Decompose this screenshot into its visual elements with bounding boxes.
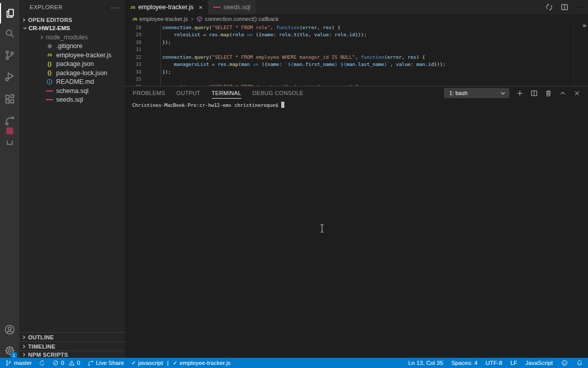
tab-label: seeds.sql: [224, 4, 251, 11]
maximize-panel-icon[interactable]: [559, 89, 567, 97]
tree-item-node-modules[interactable]: node_modules: [19, 33, 125, 42]
code-line[interactable]: 34});: [125, 68, 588, 76]
folder-root[interactable]: CR-HW12-EMS: [19, 24, 125, 33]
tree-item-readme[interactable]: README.md: [19, 78, 125, 87]
code-line[interactable]: 29rolesList = res.map(role => ({name: ro…: [125, 31, 588, 39]
file-label: package-lock.json: [56, 70, 107, 77]
code-line[interactable]: 30});: [125, 38, 588, 46]
code-line[interactable]: 33managersList = res.map(man => ({name: …: [125, 61, 588, 68]
language-mode[interactable]: JavaScript: [525, 360, 553, 366]
check-icon: ✓: [131, 359, 136, 366]
new-terminal-icon[interactable]: [516, 89, 524, 97]
linter-file: employee-tracker.js: [180, 360, 231, 366]
file-label: package.json: [56, 60, 94, 67]
mouse-ibeam-cursor: [319, 224, 325, 233]
branch-name: master: [14, 360, 32, 366]
panel-header: PROBLEMS OUTPUT TERMINAL DEBUG CONSOLE 1…: [125, 86, 588, 100]
split-terminal-icon[interactable]: [530, 89, 538, 97]
close-panel-icon[interactable]: [573, 89, 581, 97]
search-icon[interactable]: [0, 24, 19, 44]
code-editor[interactable]: 28connection.query("SELECT * FROM role",…: [125, 24, 588, 86]
eol-sequence[interactable]: LF: [510, 360, 517, 366]
tree-item-schema-sql[interactable]: schema.sql: [19, 86, 125, 96]
breadcrumb-symbol[interactable]: connection.connect() callback: [197, 16, 279, 22]
code-line[interactable]: 31: [125, 46, 588, 54]
separator: |: [167, 360, 168, 366]
editor-scrollbar[interactable]: [574, 24, 574, 86]
problems-indicator[interactable]: 0 0: [53, 360, 80, 366]
timeline-section[interactable]: TIMELINE: [19, 341, 125, 351]
cursor-position[interactable]: Ln 13, Col 35: [408, 360, 443, 366]
timeline-label: TIMELINE: [28, 343, 56, 350]
code-line[interactable]: 28connection.query("SELECT * FROM role",…: [125, 24, 588, 31]
file-tree: node_modules .gitignore JS employee-trac…: [19, 33, 125, 104]
warning-icon: [68, 360, 75, 366]
sidebar-more-icon[interactable]: ···: [111, 4, 119, 11]
code-line[interactable]: 35: [125, 76, 588, 83]
sync-button[interactable]: [39, 360, 45, 366]
breadcrumb-file[interactable]: JS employee-tracker.js: [132, 16, 188, 22]
readme-info-icon: [46, 79, 53, 85]
indent-guide: [160, 24, 161, 86]
gitignore-icon: [46, 44, 53, 48]
npm-scripts-section[interactable]: NPM SCRIPTS: [19, 351, 125, 358]
run-debug-icon[interactable]: [0, 66, 19, 87]
file-label: .gitignore: [56, 42, 82, 50]
terminal[interactable]: Christines-MacBook-Pro:cr-hw12-ems chris…: [132, 102, 583, 108]
close-icon[interactable]: ×: [199, 4, 203, 11]
json-file-icon: {}: [46, 70, 53, 76]
tree-item-employee-tracker[interactable]: JS employee-tracker.js: [19, 51, 125, 60]
error-count: 0: [61, 360, 64, 366]
tree-item-gitignore[interactable]: .gitignore: [19, 42, 125, 51]
sidebar-title: EXPLORER ···: [19, 0, 125, 14]
chevron-down-icon: [501, 91, 505, 96]
file-label: README.md: [56, 78, 94, 85]
file-label: seeds.sql: [56, 96, 83, 103]
breadcrumb: JS employee-tracker.js connection.connec…: [125, 14, 588, 24]
tree-item-package-lock[interactable]: {} package-lock.json: [19, 68, 125, 78]
feedback-smiley-icon[interactable]: [561, 359, 568, 366]
breadcrumb-symbol-label: connection.connect() callback: [205, 16, 279, 22]
outline-section[interactable]: OUTLINE: [19, 332, 125, 341]
account-icon[interactable]: [0, 319, 19, 340]
vscode-window: 1 EXPLORER ··· OPEN EDITORS CR-HW12-EMS …: [0, 0, 588, 368]
js-file-icon: JS: [130, 5, 135, 10]
code-line[interactable]: 32connection.query("SELECT * FROM employ…: [125, 53, 588, 61]
live-share-button[interactable]: Live Share: [87, 360, 124, 366]
json-file-icon: {}: [46, 61, 53, 67]
tab-debug-console[interactable]: DEBUG CONSOLE: [253, 87, 304, 99]
extensions-icon[interactable]: [0, 89, 19, 109]
split-editor-icon[interactable]: [560, 3, 569, 11]
encoding[interactable]: UTF-8: [485, 360, 502, 366]
tab-label: employee-tracker.js: [138, 4, 193, 11]
explorer-icon[interactable]: [0, 3, 19, 24]
tab-seeds-sql[interactable]: seeds.sql: [208, 0, 256, 14]
tab-problems[interactable]: PROBLEMS: [133, 87, 165, 99]
more-actions-icon[interactable]: ···: [576, 3, 584, 12]
notifications-bell-icon[interactable]: [576, 359, 583, 366]
linter-language: javascript: [138, 360, 163, 366]
open-changes-icon[interactable]: [545, 3, 553, 11]
source-control-icon[interactable]: [0, 45, 19, 65]
tab-employee-tracker[interactable]: JS employee-tracker.js ×: [125, 0, 208, 14]
editor-actions: ···: [545, 0, 584, 14]
branch-indicator[interactable]: master: [5, 360, 32, 366]
tab-output[interactable]: OUTPUT: [177, 87, 201, 99]
tree-item-package-json[interactable]: {} package.json: [19, 60, 125, 69]
terminal-cursor: [281, 102, 285, 108]
kill-terminal-icon[interactable]: [545, 89, 552, 97]
sql-file-icon: [213, 6, 220, 8]
git-branch-icon: [5, 360, 12, 366]
panel: PROBLEMS OUTPUT TERMINAL DEBUG CONSOLE 1…: [125, 86, 588, 358]
terminal-shell-select[interactable]: 1: bash: [444, 88, 509, 98]
extension-rect-icon[interactable]: [0, 136, 19, 148]
status-bar: master 0 0 Live Share ✓ javascript | ✓ e…: [0, 358, 588, 368]
tab-terminal[interactable]: TERMINAL: [212, 87, 241, 99]
breadcrumb-file-label: employee-tracker.js: [139, 16, 188, 22]
file-label: employee-tracker.js: [56, 52, 111, 59]
live-share-label: Live Share: [96, 360, 124, 366]
indentation[interactable]: Spaces: 4: [451, 360, 477, 366]
tree-item-seeds-sql[interactable]: seeds.sql: [19, 96, 125, 105]
linter-status[interactable]: ✓ javascript | ✓ employee-tracker.js: [131, 359, 231, 366]
editor-group: JS employee-tracker.js × seeds.sql ··· J: [125, 0, 588, 358]
